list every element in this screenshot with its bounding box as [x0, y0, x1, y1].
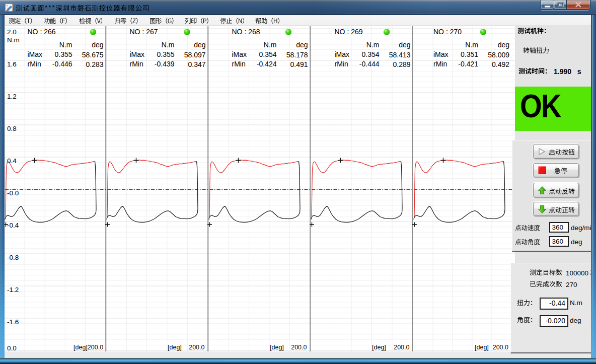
svg-text:[deg]: [deg] — [270, 344, 284, 351]
svg-text:58.413: 58.413 — [389, 51, 411, 59]
svg-text:-0.0: -0.0 — [7, 189, 19, 197]
svg-text:N.m: N.m — [162, 41, 175, 49]
svg-text:N.m: N.m — [59, 41, 72, 49]
svg-text:NO : 266: NO : 266 — [28, 28, 56, 36]
svg-text:58.009: 58.009 — [488, 51, 509, 59]
svg-text:2.0: 2.0 — [7, 28, 17, 36]
svg-text:deg: deg — [498, 41, 509, 49]
svg-text:rMin: rMin — [335, 60, 348, 68]
svg-text:-0.424: -0.424 — [257, 60, 277, 68]
svg-text:deg: deg — [92, 41, 103, 49]
svg-text:[deg]: [deg] — [372, 344, 386, 351]
svg-text:0.354: 0.354 — [259, 50, 276, 58]
svg-text:N.m: N.m — [465, 41, 478, 49]
svg-text:0.355: 0.355 — [54, 50, 72, 58]
svg-text:0.8: 0.8 — [7, 125, 17, 132]
svg-text:0.492: 0.492 — [492, 60, 509, 68]
svg-text:1.2: 1.2 — [7, 93, 17, 100]
svg-text:rMin: rMin — [232, 60, 246, 68]
svg-text:200.0: 200.0 — [493, 344, 508, 351]
svg-text:0.0: 0.0 — [7, 344, 17, 352]
svg-text:58.097: 58.097 — [184, 51, 206, 59]
svg-text:1.6: 1.6 — [7, 60, 17, 68]
svg-text:-0.444: -0.444 — [359, 60, 380, 68]
svg-text:0.289: 0.289 — [393, 60, 410, 68]
svg-text:iMax: iMax — [232, 50, 247, 58]
svg-text:N.m: N.m — [264, 41, 277, 49]
svg-text:0.491: 0.491 — [290, 60, 308, 68]
svg-text:NO : 270: NO : 270 — [433, 28, 462, 36]
svg-text:NO : 269: NO : 269 — [335, 28, 363, 36]
svg-text:-0.421: -0.421 — [458, 60, 478, 68]
svg-text:[deg]: [deg] — [168, 344, 182, 351]
svg-text:0.354: 0.354 — [361, 50, 379, 58]
svg-text:0.351: 0.351 — [461, 50, 478, 58]
svg-text:iMax: iMax — [433, 50, 449, 58]
svg-text:-0.439: -0.439 — [155, 60, 175, 68]
svg-text:[deg]: [deg] — [475, 344, 489, 351]
svg-text:-0.446: -0.446 — [52, 60, 72, 68]
svg-text:[deg]200.0: [deg]200.0 — [73, 344, 103, 351]
svg-text:iMax: iMax — [335, 50, 350, 58]
svg-text:200.0: 200.0 — [291, 344, 307, 351]
svg-text:-0.4: -0.4 — [7, 222, 19, 229]
svg-text:58.675: 58.675 — [82, 51, 104, 59]
svg-text:NO : 268: NO : 268 — [232, 28, 260, 36]
svg-text:0.4: 0.4 — [7, 157, 17, 165]
svg-text:0.355: 0.355 — [157, 50, 174, 58]
svg-text:rMin: rMin — [130, 60, 143, 68]
svg-text:-1.2: -1.2 — [7, 286, 19, 294]
svg-text:58.178: 58.178 — [286, 51, 308, 59]
svg-text:rMin: rMin — [28, 60, 41, 68]
svg-text:N.m: N.m — [366, 41, 380, 49]
svg-text:deg: deg — [194, 41, 205, 49]
svg-text:0.283: 0.283 — [86, 60, 103, 68]
svg-text:200.0: 200.0 — [394, 344, 409, 351]
svg-text:deg: deg — [296, 41, 308, 49]
svg-text:deg: deg — [399, 41, 410, 49]
svg-text:iMax: iMax — [28, 50, 43, 58]
svg-text:-0.8: -0.8 — [7, 254, 19, 261]
svg-text:iMax: iMax — [130, 50, 145, 58]
svg-text:0.347: 0.347 — [188, 60, 205, 68]
svg-text:-1.6: -1.6 — [7, 318, 19, 326]
svg-text:N.m: N.m — [7, 36, 20, 44]
svg-text:200.0: 200.0 — [189, 344, 204, 351]
svg-text:NO : 267: NO : 267 — [130, 28, 158, 36]
svg-text:rMin: rMin — [433, 60, 447, 68]
